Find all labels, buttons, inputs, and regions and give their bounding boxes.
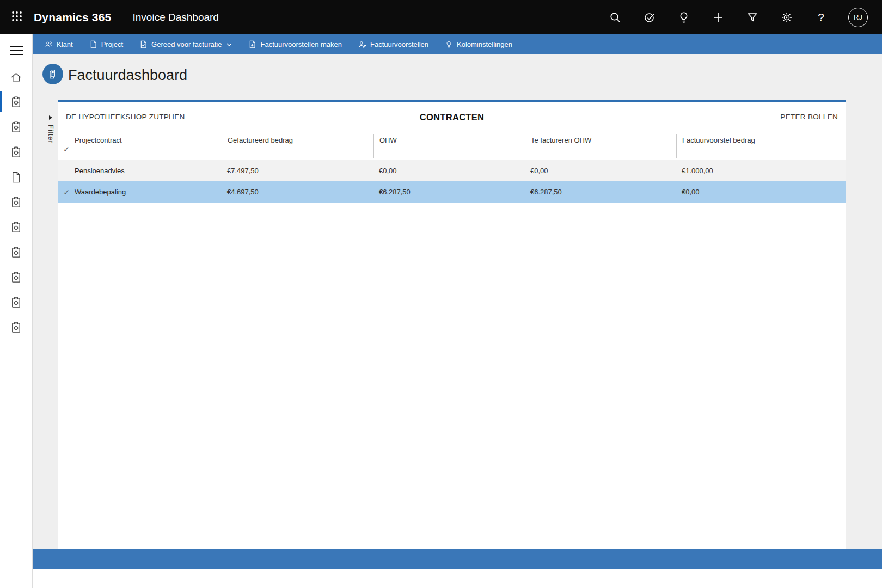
clipboard-icon (10, 321, 22, 334)
hamburger-menu-button[interactable] (0, 40, 33, 62)
page-icon (10, 171, 22, 183)
column-header-filler (829, 134, 846, 158)
sidebar-item-clipboard-1[interactable] (0, 89, 32, 114)
help-button[interactable]: ? (814, 11, 828, 24)
person-edit-icon (358, 40, 366, 48)
filter-tab-label: Filter (47, 125, 55, 144)
column-header-projectcontract[interactable]: Projectcontract (75, 134, 222, 158)
search-button[interactable] (609, 11, 622, 24)
app-title: Invoice Dashboard (133, 11, 219, 23)
cell-factuurvoorstel-bedrag: €1.000,00 (676, 167, 829, 175)
panel-title: CONTRACTEN (58, 112, 846, 122)
people-icon (45, 40, 53, 48)
table-header: ✓ProjectcontractGefactureerd bedragOHWTe… (58, 134, 846, 158)
divider (122, 10, 122, 24)
table-rows: Pensioenadvies€7.497,50€0,00€0,00€1.000,… (58, 160, 846, 203)
clipboard-icon (10, 271, 22, 284)
page-title: Factuurdashboard (68, 67, 187, 84)
command-kolominstellingen[interactable]: Kolominstellingen (445, 40, 512, 48)
sidebar-item-clipboard-7[interactable] (0, 265, 32, 290)
column-header-factuurvoorstel-bedrag[interactable]: Factuurvoorstel bedrag (676, 134, 829, 158)
cell-te-factureren-ohw: €6.287,50 (525, 188, 676, 196)
command-gereed-voor-facturatie[interactable]: Gereed voor facturatie (139, 40, 232, 48)
header-select-all[interactable]: ✓ (58, 134, 75, 158)
cell-projectcontract: Pensioenadvies (75, 167, 222, 175)
page-icon (42, 64, 63, 84)
row-selected-check-icon[interactable]: ✓ (58, 188, 75, 197)
settings-gear-button[interactable] (780, 11, 793, 24)
cell-te-factureren-ohw: €0,00 (525, 167, 676, 175)
command-factuurvoorstellen[interactable]: Factuurvoorstellen (358, 40, 428, 48)
card-header: DE HYPOTHEEKSHOP ZUTPHEN CONTRACTEN PETE… (58, 102, 846, 134)
command-bar: KlantProjectGereed voor facturatieFactuu… (33, 34, 882, 54)
cell-factuurvoorstel-bedrag: €0,00 (676, 188, 829, 196)
command-label: Kolominstellingen (457, 40, 512, 48)
sidebar-item-clipboard-3[interactable] (0, 139, 32, 164)
clipboard-icon (10, 246, 22, 259)
command-factuurvoorstellen-maken[interactable]: Factuurvoorstellen maken (248, 40, 342, 48)
cell-ohw: €0,00 (373, 167, 525, 175)
document-plus-icon (248, 40, 256, 48)
clipboard-icon (10, 146, 22, 158)
cell-ohw: €6.287,50 (373, 188, 525, 196)
clipboard-icon (10, 296, 22, 309)
clipboard-icon (10, 221, 22, 234)
sidebar-item-clipboard-2[interactable] (0, 114, 32, 139)
expand-arrow-icon (49, 115, 52, 120)
avatar-initials: RJ (854, 13, 862, 21)
sidebar-item-clipboard-5[interactable] (0, 215, 32, 240)
document-icon (89, 40, 97, 48)
footer-bar (33, 549, 882, 569)
project-link[interactable]: Waardebepaling (75, 188, 126, 196)
lightbulb-icon (445, 40, 453, 48)
column-header-te-factureren-ohw[interactable]: Te factureren OHW (525, 134, 676, 158)
command-project[interactable]: Project (89, 40, 123, 48)
command-label: Klant (57, 40, 73, 48)
chevron-down-icon (225, 43, 232, 46)
sidebar (0, 34, 33, 588)
lightbulb-button[interactable] (677, 11, 690, 24)
sidebar-nav (0, 64, 32, 340)
sidebar-item-clipboard-4[interactable] (0, 189, 32, 215)
table-row-pensioenadvies[interactable]: Pensioenadvies€7.497,50€0,00€0,00€1.000,… (58, 160, 846, 181)
filter-tab[interactable]: Filter (44, 115, 58, 144)
brand-title: Dynamics 365 (34, 11, 112, 24)
clipboard-icon (10, 96, 22, 108)
clipboard-icon (10, 121, 22, 133)
main-content: Factuurdashboard Filter DE HYPOTHEEKSHOP… (33, 54, 882, 549)
cell-gefactureerd-bedrag: €7.497,50 (222, 167, 373, 175)
sidebar-item-clipboard-9[interactable] (0, 315, 32, 340)
sidebar-item-home[interactable] (0, 64, 32, 89)
owner-name: PETER BOLLEN (780, 113, 838, 121)
command-label: Factuurvoorstellen maken (260, 40, 342, 48)
app-launcher-button[interactable] (0, 0, 34, 34)
topbar-actions: ? (609, 11, 828, 24)
column-header-gefactureerd-bedrag[interactable]: Gefactureerd bedrag (222, 134, 373, 158)
command-label: Gereed voor facturatie (151, 40, 222, 48)
command-klant[interactable]: Klant (45, 40, 73, 48)
plus-button[interactable] (712, 11, 725, 24)
sidebar-item-document[interactable] (0, 164, 32, 189)
table-row-waardebepaling[interactable]: ✓Waardebepaling€4.697,50€6.287,50€6.287,… (58, 181, 846, 203)
document-check-icon (139, 40, 148, 48)
sidebar-item-clipboard-6[interactable] (0, 240, 32, 265)
clipboard-icon (10, 196, 22, 209)
filter-button[interactable] (746, 11, 759, 24)
checkmark-circle-button[interactable] (643, 11, 656, 24)
cell-projectcontract: Waardebepaling (75, 188, 222, 196)
home-icon (10, 71, 22, 83)
avatar[interactable]: RJ (848, 8, 868, 27)
cell-gefactureerd-bedrag: €4.697,50 (222, 188, 373, 196)
contracts-card: DE HYPOTHEEKSHOP ZUTPHEN CONTRACTEN PETE… (58, 100, 846, 549)
column-header-ohw[interactable]: OHW (373, 134, 525, 158)
project-link[interactable]: Pensioenadvies (75, 167, 125, 175)
top-bar: Dynamics 365 Invoice Dashboard ? RJ (0, 0, 882, 34)
command-label: Factuurvoorstellen (370, 40, 428, 48)
waffle-icon (10, 10, 23, 24)
sidebar-item-clipboard-8[interactable] (0, 290, 32, 315)
topbar-right: ? RJ (609, 8, 882, 27)
command-label: Project (101, 40, 123, 48)
